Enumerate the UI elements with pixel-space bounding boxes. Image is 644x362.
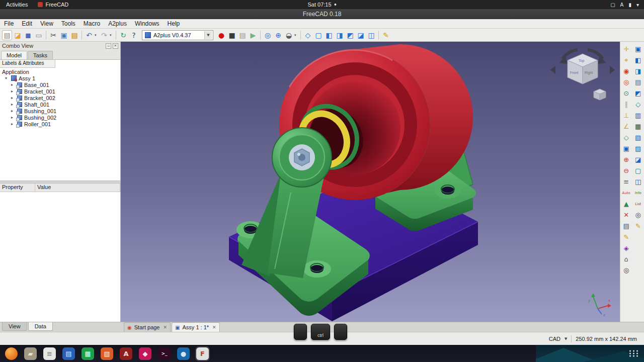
- a2p-align-icon[interactable]: ≡: [622, 177, 630, 186]
- zoom-box-icon[interactable]: ⊕: [273, 30, 283, 40]
- menu-help[interactable]: Help: [164, 19, 184, 29]
- view-rear-icon[interactable]: ◩: [345, 30, 355, 40]
- a2p-add-constraint-icon[interactable]: ⊕: [622, 155, 630, 164]
- tree-item-bracket_002[interactable]: ▸Bracket_002: [0, 95, 120, 101]
- close-tab-icon[interactable]: ✕: [211, 325, 216, 330]
- workbench-d ropdown-arrow-icon[interactable]: ▼: [204, 31, 212, 39]
- a2p-restore-transparency-icon[interactable]: ◩: [634, 89, 642, 98]
- menu-edit[interactable]: Edit: [18, 19, 36, 29]
- macro-play-icon[interactable]: ▶: [248, 30, 258, 40]
- a2p-gem-icon[interactable]: ◈: [622, 244, 630, 252]
- redo-caret-icon[interactable]: ▾: [110, 33, 114, 37]
- tab-data[interactable]: Data: [28, 322, 53, 331]
- close-panel-icon[interactable]: ✕: [113, 43, 118, 49]
- app-grid-icon[interactable]: [629, 350, 639, 357]
- tab-tasks[interactable]: Tasks: [28, 51, 53, 59]
- a2p-toggle-part-icon[interactable]: ▥: [634, 111, 642, 120]
- menu-tools[interactable]: Tools: [57, 19, 79, 29]
- dock-impress-icon[interactable]: ▧: [100, 346, 114, 361]
- draw-style-icon[interactable]: ◒: [284, 30, 294, 40]
- battery-icon[interactable]: ▮: [628, 2, 631, 8]
- view-bottom-icon[interactable]: ◪: [356, 30, 366, 40]
- undo-icon[interactable]: ↶: [84, 30, 94, 40]
- a2p-info-icon[interactable]: Info: [634, 189, 642, 197]
- tab-view[interactable]: View: [2, 322, 27, 331]
- a2p-annotate-icon[interactable]: ✎: [634, 222, 642, 230]
- dock-writer-icon[interactable]: ▤: [61, 346, 76, 361]
- macro-stop-icon[interactable]: ■: [227, 30, 237, 40]
- a2p-face-constraint-icon[interactable]: ▣: [622, 144, 630, 153]
- a2p-home-icon[interactable]: ⌂: [622, 255, 630, 263]
- nav-mini-cube-icon[interactable]: [594, 89, 606, 100]
- draw-style-caret-icon[interactable]: ▾: [294, 33, 298, 37]
- expander-icon[interactable]: ▸: [11, 115, 15, 120]
- copy-icon[interactable]: ▣: [59, 30, 69, 40]
- a2p-sphere-constraint-icon[interactable]: ⊙: [622, 89, 630, 98]
- a2p-axial-constraint-icon[interactable]: ◎: [622, 78, 630, 86]
- display-icon[interactable]: ▢: [610, 2, 615, 8]
- chevron-down-icon[interactable]: ▾: [636, 2, 639, 8]
- tree-item-shaft_001[interactable]: ▸Shaft_001: [0, 101, 120, 108]
- navigation-cube[interactable]: Top Front Right: [547, 44, 618, 104]
- float-panel-icon[interactable]: ▫: [106, 43, 111, 49]
- a2p-auto-solve-icon[interactable]: Auto: [622, 189, 630, 197]
- a2p-raise-icon[interactable]: ▲: [622, 200, 630, 208]
- measure-icon[interactable]: ✎: [381, 30, 391, 40]
- nav-style-selector[interactable]: CAD: [549, 336, 560, 342]
- a2p-duplicate-part-icon[interactable]: ▤: [634, 78, 642, 86]
- macro-edit-icon[interactable]: ▤: [237, 30, 248, 40]
- open-file-icon[interactable]: ◪: [13, 30, 23, 40]
- dock-app-blue-icon[interactable]: ●: [176, 346, 191, 361]
- a2p-view-connections-icon[interactable]: ▨: [634, 144, 642, 153]
- macro-record-icon[interactable]: ●: [216, 30, 226, 40]
- print-icon[interactable]: ▭: [34, 30, 44, 40]
- dock-app-magenta-icon[interactable]: ◆: [138, 346, 152, 361]
- nav-left-arrow-icon[interactable]: [550, 66, 555, 74]
- expander-icon[interactable]: ▸: [11, 122, 15, 126]
- expander-icon[interactable]: ▾: [5, 76, 9, 80]
- a2p-convert-absolute-icon[interactable]: ◫: [634, 177, 642, 186]
- a2p-show-hierarchy-icon[interactable]: ◇: [634, 100, 642, 109]
- view-front-icon[interactable]: ▢: [313, 30, 324, 40]
- dock-calc-icon[interactable]: ▦: [80, 346, 95, 361]
- a2p-measure-icon[interactable]: ◎: [634, 211, 642, 219]
- a2p-import-part-icon[interactable]: ▣: [634, 45, 642, 53]
- system-tray[interactable]: ▢A▮▾: [610, 2, 644, 8]
- menu-file[interactable]: File: [0, 19, 18, 29]
- refresh-icon[interactable]: ↻: [118, 30, 128, 40]
- nav-right-arrow-icon[interactable]: [610, 66, 615, 74]
- tree-item-bushing_001[interactable]: ▸Bushing_001: [0, 108, 120, 114]
- a2p-delete-icon[interactable]: ✕: [622, 211, 630, 219]
- a2p-constraint-tools-icon[interactable]: ◪: [634, 155, 642, 164]
- expander-icon[interactable]: ▸: [11, 109, 15, 113]
- redo-icon[interactable]: ↷: [99, 30, 109, 40]
- dock-files-icon[interactable]: ▰: [23, 346, 38, 361]
- menu-macro[interactable]: Macro: [79, 19, 104, 29]
- a2p-move-part-icon[interactable]: ✛: [622, 45, 630, 53]
- view-left-icon[interactable]: ◫: [366, 30, 376, 40]
- a2p-edit-icon[interactable]: ✎: [622, 233, 630, 241]
- tree-item-roller_001[interactable]: ▸Roller_001: [0, 121, 120, 127]
- view-axonometric-icon[interactable]: ◇: [303, 30, 313, 40]
- a2p-inspect-icon[interactable]: ◎: [622, 266, 630, 275]
- a2p-solve-system-icon[interactable]: ▦: [634, 122, 642, 131]
- menu-a2plus[interactable]: A2plus: [104, 19, 131, 29]
- dock-terminal-icon[interactable]: >_: [157, 346, 172, 361]
- expander-icon[interactable]: ▸: [11, 96, 15, 100]
- close-tab-icon[interactable]: ✕: [163, 325, 168, 330]
- workbench-selector[interactable]: A2plus V0.4.37 ▼: [142, 30, 213, 40]
- dock-app-red-icon[interactable]: A: [119, 346, 133, 361]
- dock-text-editor-icon[interactable]: ≡: [42, 346, 57, 361]
- a2p-import-shape-icon[interactable]: ◧: [634, 56, 642, 64]
- property-column-header[interactable]: Property: [0, 184, 35, 192]
- new-file-icon[interactable]: ▤: [2, 30, 12, 40]
- keyboard-layout-icon[interactable]: A: [620, 2, 624, 8]
- expander-icon[interactable]: ▸: [11, 89, 15, 94]
- a2p-parts-list-icon[interactable]: List: [634, 200, 642, 208]
- cad-model[interactable]: [121, 42, 620, 322]
- tab-assy-document[interactable]: ▣ Assy 1 : 1* ✕: [172, 322, 220, 332]
- zoom-fit-icon[interactable]: ◎: [263, 30, 273, 40]
- activities-button[interactable]: Activities: [0, 2, 34, 8]
- tree-item-application[interactable]: Application: [0, 68, 120, 75]
- a2p-flip-constraint-icon[interactable]: ▧: [634, 133, 642, 142]
